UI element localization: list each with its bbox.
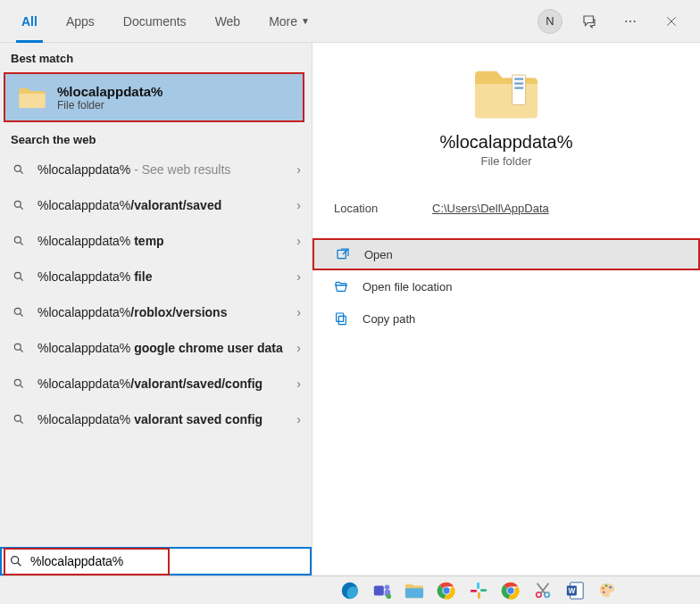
search-bar[interactable] xyxy=(0,547,312,575)
chevron-right-icon[interactable]: › xyxy=(289,305,301,319)
web-result-1[interactable]: %localappdata%/valorant/saved › xyxy=(0,187,312,223)
action-open[interactable]: Open xyxy=(312,238,700,270)
feedback-icon[interactable] xyxy=(575,7,604,36)
svg-point-5 xyxy=(14,236,21,243)
open-icon xyxy=(336,247,352,261)
svg-point-37 xyxy=(602,586,604,589)
svg-point-39 xyxy=(609,585,612,588)
close-icon[interactable] xyxy=(657,7,686,36)
tab-all[interactable]: All xyxy=(7,0,52,43)
svg-point-10 xyxy=(14,415,21,421)
action-open-location[interactable]: Open file location xyxy=(312,270,700,302)
search-input[interactable] xyxy=(30,554,303,568)
svg-point-38 xyxy=(605,584,608,587)
action-open-label: Open xyxy=(364,248,393,261)
search-icon xyxy=(12,163,29,176)
svg-rect-16 xyxy=(338,316,346,324)
svg-point-40 xyxy=(603,591,605,593)
chevron-right-icon[interactable]: › xyxy=(289,269,301,284)
chevron-down-icon: ▼ xyxy=(301,16,310,26)
action-copy-path[interactable]: Copy path xyxy=(312,302,700,335)
svg-rect-29 xyxy=(471,590,477,592)
web-result-2[interactable]: %localappdata% temp › xyxy=(0,223,312,259)
svg-point-0 xyxy=(625,20,627,21)
svg-point-23 xyxy=(387,593,392,599)
taskbar-teams-icon[interactable] xyxy=(370,578,395,603)
web-result-text: %localappdata%/roblox/versions xyxy=(38,304,289,321)
svg-point-7 xyxy=(14,308,21,314)
taskbar-slack-icon[interactable] xyxy=(466,578,491,603)
tab-web[interactable]: Web xyxy=(201,0,255,43)
preview-title: %localappdata% xyxy=(440,132,573,153)
tab-apps[interactable]: Apps xyxy=(52,0,109,43)
web-result-text: %localappdata%/valorant/saved xyxy=(38,197,289,214)
taskbar-edge-icon[interactable] xyxy=(338,578,362,603)
tab-documents[interactable]: Documents xyxy=(109,0,201,43)
web-result-text: %localappdata% file xyxy=(38,269,289,285)
preview-pane: %localappdata% File folder Location C:\U… xyxy=(312,43,700,575)
web-result-0[interactable]: %localappdata% - See web results › xyxy=(0,152,312,187)
svg-rect-28 xyxy=(478,592,480,598)
taskbar-chrome2-icon[interactable] xyxy=(498,578,523,603)
svg-rect-27 xyxy=(480,589,487,592)
svg-rect-20 xyxy=(374,585,384,595)
web-result-text: %localappdata% valorant saved config xyxy=(38,411,289,428)
taskbar: W xyxy=(0,575,700,604)
chevron-right-icon[interactable]: › xyxy=(289,198,301,212)
svg-rect-14 xyxy=(514,87,523,89)
web-result-5[interactable]: %localappdata% google chrome user data › xyxy=(0,330,312,366)
preview-subtitle: File folder xyxy=(480,154,531,168)
chevron-right-icon[interactable]: › xyxy=(289,412,301,426)
web-result-4[interactable]: %localappdata%/roblox/versions › xyxy=(0,294,312,330)
more-icon[interactable] xyxy=(616,7,645,36)
best-match-result[interactable]: %localappdata% File folder xyxy=(4,72,304,122)
svg-point-9 xyxy=(14,379,21,385)
taskbar-word-icon[interactable]: W xyxy=(562,578,588,603)
svg-point-21 xyxy=(385,584,390,590)
search-icon xyxy=(9,554,23,568)
tab-more[interactable]: More▼ xyxy=(254,0,324,43)
svg-text:W: W xyxy=(568,586,575,594)
web-result-7[interactable]: %localappdata% valorant saved config › xyxy=(0,401,312,437)
svg-point-18 xyxy=(12,557,19,564)
web-result-6[interactable]: %localappdata%/valorant/saved/config › xyxy=(0,366,312,401)
chevron-right-icon[interactable]: › xyxy=(289,162,301,177)
search-icon xyxy=(12,270,29,283)
svg-point-1 xyxy=(629,20,631,21)
taskbar-chrome-icon[interactable] xyxy=(434,578,459,603)
folder-open-icon xyxy=(334,279,350,294)
folder-icon xyxy=(18,85,46,110)
svg-rect-17 xyxy=(337,313,344,321)
best-match-label: Best match xyxy=(0,43,312,70)
svg-rect-13 xyxy=(514,82,523,85)
taskbar-explorer-icon[interactable] xyxy=(402,578,427,603)
svg-rect-12 xyxy=(514,78,523,80)
web-result-text: %localappdata%/valorant/saved/config xyxy=(38,376,289,393)
action-open-location-label: Open file location xyxy=(362,280,452,294)
tabs-bar: All Apps Documents Web More▼ N xyxy=(0,0,700,43)
svg-point-31 xyxy=(507,587,513,593)
location-label: Location xyxy=(334,202,432,215)
action-copy-path-label: Copy path xyxy=(362,312,415,326)
search-icon xyxy=(12,199,29,211)
avatar[interactable]: N xyxy=(538,9,562,34)
location-link[interactable]: C:\Users\Dell\AppData xyxy=(432,202,549,215)
folder-large-icon xyxy=(471,64,542,121)
web-result-text: %localappdata% google chrome user data xyxy=(38,340,289,357)
web-result-3[interactable]: %localappdata% file › xyxy=(0,259,312,294)
svg-rect-15 xyxy=(338,250,346,258)
best-match-title: %localappdata% xyxy=(57,84,162,99)
svg-point-2 xyxy=(634,20,636,21)
svg-point-6 xyxy=(14,272,21,278)
chevron-right-icon[interactable]: › xyxy=(289,341,301,355)
taskbar-snip-icon[interactable] xyxy=(530,578,555,603)
svg-rect-26 xyxy=(477,582,479,588)
chevron-right-icon[interactable]: › xyxy=(289,376,301,391)
chevron-right-icon[interactable]: › xyxy=(289,234,301,248)
web-result-text: %localappdata% temp xyxy=(38,233,289,250)
taskbar-paint-icon[interactable] xyxy=(595,578,620,603)
best-match-subtitle: File folder xyxy=(57,99,162,112)
search-icon xyxy=(12,306,29,319)
svg-point-8 xyxy=(14,343,21,350)
svg-point-3 xyxy=(14,165,21,171)
